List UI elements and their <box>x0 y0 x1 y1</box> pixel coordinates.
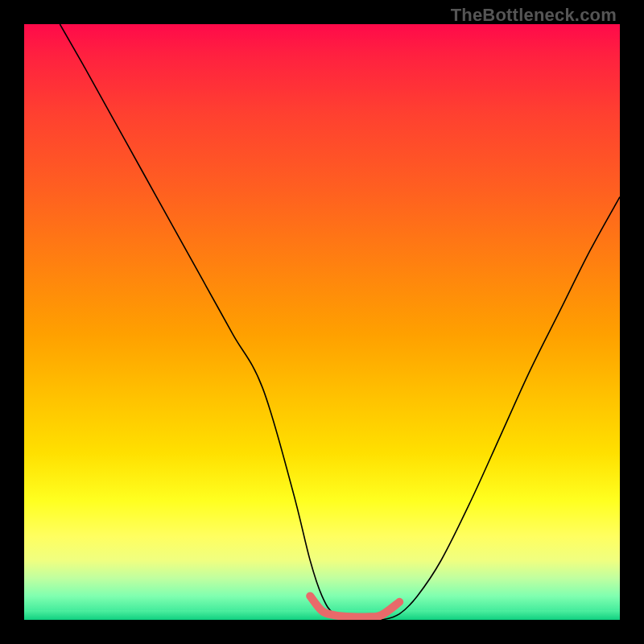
chart-container: TheBottleneck.com <box>0 0 644 644</box>
chart-svg <box>24 24 620 620</box>
watermark-text: TheBottleneck.com <box>451 5 617 26</box>
plot-area <box>24 24 620 620</box>
bottleneck-curve <box>60 24 620 620</box>
